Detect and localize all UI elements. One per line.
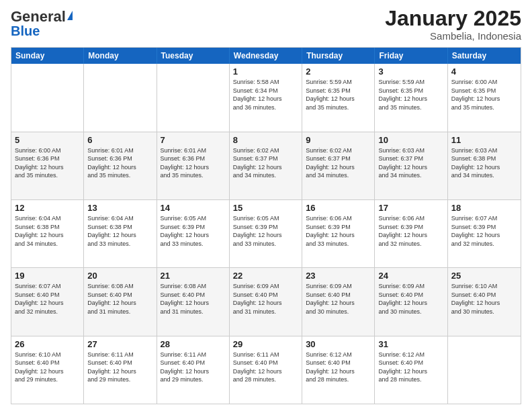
day-cell-20: 20Sunrise: 6:08 AM Sunset: 6:40 PM Dayli… [84, 268, 157, 335]
day-cell-5: 5Sunrise: 6:00 AM Sunset: 6:36 PM Daylig… [11, 132, 84, 199]
day-info: Sunrise: 6:10 AM Sunset: 6:40 PM Dayligh… [15, 351, 80, 384]
day-cell-13: 13Sunrise: 6:04 AM Sunset: 6:38 PM Dayli… [84, 200, 157, 267]
day-cell-21: 21Sunrise: 6:08 AM Sunset: 6:40 PM Dayli… [157, 268, 230, 335]
day-info: Sunrise: 6:09 AM Sunset: 6:40 PM Dayligh… [306, 282, 371, 316]
day-info: Sunrise: 6:12 AM Sunset: 6:40 PM Dayligh… [378, 351, 443, 384]
day-info: Sunrise: 6:05 AM Sunset: 6:39 PM Dayligh… [233, 214, 298, 248]
day-cell-1: 1Sunrise: 5:58 AM Sunset: 6:34 PM Daylig… [230, 64, 302, 131]
day-number: 9 [306, 135, 371, 145]
day-cell-16: 16Sunrise: 6:06 AM Sunset: 6:39 PM Dayli… [302, 200, 375, 267]
day-cell-25: 25Sunrise: 6:10 AM Sunset: 6:40 PM Dayli… [448, 268, 521, 335]
day-number: 6 [87, 135, 152, 145]
header-day-sunday: Sunday [11, 48, 84, 64]
subtitle: Sambelia, Indonesia [385, 30, 521, 42]
day-number: 12 [15, 203, 80, 213]
day-cell-3: 3Sunrise: 5:59 AM Sunset: 6:35 PM Daylig… [375, 64, 447, 131]
day-cell-30: 30Sunrise: 6:12 AM Sunset: 6:40 PM Dayli… [302, 336, 375, 404]
day-number: 2 [306, 66, 371, 77]
header-day-monday: Monday [84, 48, 157, 64]
day-number: 29 [233, 339, 298, 349]
day-number: 15 [233, 203, 298, 213]
day-info: Sunrise: 6:08 AM Sunset: 6:40 PM Dayligh… [161, 282, 226, 316]
logo-triangle-icon [67, 11, 73, 20]
header-day-thursday: Thursday [302, 48, 375, 64]
day-info: Sunrise: 6:07 AM Sunset: 6:40 PM Dayligh… [15, 282, 80, 316]
day-number: 20 [87, 271, 152, 281]
empty-cell-r0-c2 [157, 64, 230, 131]
header-day-saturday: Saturday [448, 48, 521, 64]
day-info: Sunrise: 6:11 AM Sunset: 6:40 PM Dayligh… [233, 351, 298, 384]
day-info: Sunrise: 6:10 AM Sunset: 6:40 PM Dayligh… [451, 282, 517, 316]
day-number: 21 [161, 271, 226, 281]
day-number: 10 [378, 135, 443, 145]
empty-cell-r4-c6 [448, 336, 521, 404]
page: General Blue January 2025 Sambelia, Indo… [0, 0, 532, 411]
header-day-tuesday: Tuesday [157, 48, 230, 64]
day-cell-8: 8Sunrise: 6:02 AM Sunset: 6:37 PM Daylig… [230, 132, 302, 199]
day-cell-6: 6Sunrise: 6:01 AM Sunset: 6:36 PM Daylig… [84, 132, 157, 199]
day-cell-7: 7Sunrise: 6:01 AM Sunset: 6:36 PM Daylig… [157, 132, 230, 199]
day-info: Sunrise: 6:09 AM Sunset: 6:40 PM Dayligh… [233, 282, 298, 316]
day-number: 4 [451, 66, 517, 77]
day-number: 31 [378, 339, 443, 349]
day-cell-27: 27Sunrise: 6:11 AM Sunset: 6:40 PM Dayli… [84, 336, 157, 404]
day-info: Sunrise: 6:04 AM Sunset: 6:38 PM Dayligh… [15, 214, 80, 248]
day-number: 5 [15, 135, 80, 145]
day-cell-17: 17Sunrise: 6:06 AM Sunset: 6:39 PM Dayli… [375, 200, 447, 267]
day-cell-28: 28Sunrise: 6:11 AM Sunset: 6:40 PM Dayli… [157, 336, 230, 404]
day-number: 8 [233, 135, 298, 145]
day-info: Sunrise: 6:11 AM Sunset: 6:40 PM Dayligh… [161, 351, 226, 384]
calendar-row-1: 5Sunrise: 6:00 AM Sunset: 6:36 PM Daylig… [11, 132, 521, 199]
day-info: Sunrise: 6:11 AM Sunset: 6:40 PM Dayligh… [87, 351, 152, 384]
day-cell-26: 26Sunrise: 6:10 AM Sunset: 6:40 PM Dayli… [11, 336, 84, 404]
day-info: Sunrise: 6:00 AM Sunset: 6:35 PM Dayligh… [451, 78, 517, 111]
day-number: 1 [233, 66, 298, 77]
day-cell-11: 11Sunrise: 6:03 AM Sunset: 6:38 PM Dayli… [448, 132, 521, 199]
day-cell-18: 18Sunrise: 6:07 AM Sunset: 6:39 PM Dayli… [448, 200, 521, 267]
logo-general: General [11, 9, 66, 24]
day-info: Sunrise: 6:07 AM Sunset: 6:39 PM Dayligh… [451, 214, 517, 248]
month-title: January 2025 [385, 7, 521, 30]
day-number: 18 [451, 203, 517, 213]
day-number: 14 [161, 203, 226, 213]
day-info: Sunrise: 6:03 AM Sunset: 6:37 PM Dayligh… [378, 146, 443, 180]
header-day-friday: Friday [375, 48, 447, 64]
day-info: Sunrise: 6:06 AM Sunset: 6:39 PM Dayligh… [306, 214, 371, 248]
day-info: Sunrise: 6:04 AM Sunset: 6:38 PM Dayligh… [87, 214, 152, 248]
day-number: 22 [233, 271, 298, 281]
day-number: 25 [451, 271, 517, 281]
day-cell-31: 31Sunrise: 6:12 AM Sunset: 6:40 PM Dayli… [375, 336, 447, 404]
day-info: Sunrise: 5:59 AM Sunset: 6:35 PM Dayligh… [378, 78, 443, 111]
day-cell-10: 10Sunrise: 6:03 AM Sunset: 6:37 PM Dayli… [375, 132, 447, 199]
empty-cell-r0-c1 [84, 64, 157, 131]
day-number: 30 [306, 339, 371, 349]
day-number: 24 [378, 271, 443, 281]
day-info: Sunrise: 6:02 AM Sunset: 6:37 PM Dayligh… [233, 146, 298, 180]
day-info: Sunrise: 6:12 AM Sunset: 6:40 PM Dayligh… [306, 351, 371, 384]
title-block: January 2025 Sambelia, Indonesia [385, 7, 521, 42]
calendar-row-0: 1Sunrise: 5:58 AM Sunset: 6:34 PM Daylig… [11, 64, 521, 131]
day-number: 23 [306, 271, 371, 281]
day-info: Sunrise: 6:01 AM Sunset: 6:36 PM Dayligh… [161, 146, 226, 180]
day-cell-12: 12Sunrise: 6:04 AM Sunset: 6:38 PM Dayli… [11, 200, 84, 267]
day-number: 11 [451, 135, 517, 145]
day-cell-4: 4Sunrise: 6:00 AM Sunset: 6:35 PM Daylig… [448, 64, 521, 131]
day-info: Sunrise: 6:05 AM Sunset: 6:39 PM Dayligh… [161, 214, 226, 248]
day-cell-24: 24Sunrise: 6:09 AM Sunset: 6:40 PM Dayli… [375, 268, 447, 335]
header-day-wednesday: Wednesday [230, 48, 302, 64]
day-cell-19: 19Sunrise: 6:07 AM Sunset: 6:40 PM Dayli… [11, 268, 84, 335]
day-info: Sunrise: 5:59 AM Sunset: 6:35 PM Dayligh… [306, 78, 371, 111]
logo-blue: Blue [11, 24, 40, 38]
day-info: Sunrise: 6:08 AM Sunset: 6:40 PM Dayligh… [87, 282, 152, 316]
day-number: 13 [87, 203, 152, 213]
calendar-header: SundayMondayTuesdayWednesdayThursdayFrid… [11, 48, 521, 64]
header: General Blue January 2025 Sambelia, Indo… [11, 7, 521, 42]
calendar-body: 1Sunrise: 5:58 AM Sunset: 6:34 PM Daylig… [11, 64, 521, 404]
calendar: SundayMondayTuesdayWednesdayThursdayFrid… [11, 47, 521, 404]
day-number: 27 [87, 339, 152, 349]
day-number: 19 [15, 271, 80, 281]
day-number: 28 [161, 339, 226, 349]
day-info: Sunrise: 6:00 AM Sunset: 6:36 PM Dayligh… [15, 146, 80, 180]
day-info: Sunrise: 6:02 AM Sunset: 6:37 PM Dayligh… [306, 146, 371, 180]
day-number: 26 [15, 339, 80, 349]
